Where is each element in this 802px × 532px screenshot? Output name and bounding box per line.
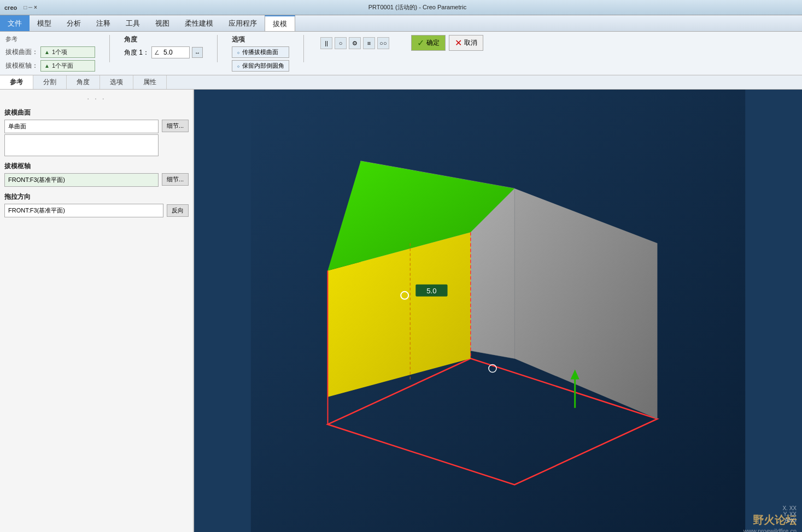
- panel-resize-dots: · · ·: [4, 94, 189, 103]
- left-panel: · · · 拔模曲面 单曲面 细节... 拔模枢轴 FRONT:F3(基准平面)…: [0, 90, 194, 532]
- draft-hinge-label: 拔模枢轴：: [5, 61, 38, 70]
- subtabs: 参考 分割 角度 选项 属性: [0, 75, 802, 90]
- confirm-ok-label: 确定: [426, 38, 440, 48]
- pull-direction-section: 拖拉方向 FRONT:F3(基准平面) 反向: [4, 192, 189, 217]
- toolbar-icons: || ○ ⚙ ≡ ○○: [318, 35, 391, 51]
- angle-icon: ∠: [153, 49, 161, 56]
- pull-direction-input[interactable]: FRONT:F3(基准平面): [4, 204, 163, 217]
- angle1-input-group[interactable]: ∠: [151, 46, 190, 58]
- x-icon: ✕: [455, 38, 462, 48]
- draft-surface-type-input[interactable]: 单曲面: [4, 120, 159, 133]
- pull-direction-title: 拖拉方向: [4, 192, 189, 202]
- menubar: 文件 模型 分析 注释 工具 视图 柔性建模 应用程序 拔模: [0, 15, 802, 32]
- titlebar: creo □ ─ × PRT0001 (活动的) - Creo Parametr…: [0, 0, 802, 15]
- confirm-ok-btn[interactable]: ✓ 确定: [411, 35, 446, 51]
- subtab-angle[interactable]: 角度: [67, 75, 100, 89]
- draft-surface-value: 1个项: [52, 48, 67, 56]
- draft-hinge-icon: ▲: [44, 63, 50, 69]
- subtab-options[interactable]: 选项: [100, 75, 133, 89]
- draft-hinge-field: 拔模枢轴： ▲ 1个平面: [5, 60, 95, 72]
- preserve-fillet-icon: ⬦: [237, 63, 240, 69]
- draft-hinge-area: FRONT:F3(基准平面) 细节...: [4, 173, 189, 187]
- watermark-url: www.proewildfire.cn: [744, 528, 797, 532]
- viewport[interactable]: 5.0 野火论坛 www.proewildfire.cn X. XX Y. XX…: [194, 90, 802, 532]
- ribbon-angle-label: 角度: [124, 35, 203, 44]
- ribbon-ref-label: 参考: [5, 35, 95, 43]
- ribbon-options-group: 选项 ⬦ 传播拔模曲面 ⬦ 保留内部倒圆角: [232, 35, 289, 72]
- angle1-value[interactable]: [161, 48, 189, 57]
- draft-surface-field: 拔模曲面： ▲ 1个项: [5, 46, 95, 58]
- confirm-group: ✓ 确定 ✕ 取消: [411, 35, 483, 51]
- draft-hinge-title: 拔模枢轴: [4, 162, 189, 171]
- draft-hinge-detail-btn[interactable]: 细节...: [162, 173, 189, 186]
- checkmark-icon: ✓: [417, 38, 424, 48]
- menu-item-flex-model[interactable]: 柔性建模: [177, 15, 221, 31]
- menu-item-draft[interactable]: 拔模: [265, 15, 295, 31]
- menu-item-model[interactable]: 模型: [30, 15, 59, 31]
- window-title: PRT0001 (活动的) - Creo Parametric: [368, 3, 467, 11]
- draft-surface-detail-btn[interactable]: 细节...: [162, 120, 189, 132]
- app-logo: creo □ ─ ×: [4, 4, 37, 11]
- menu-item-apps[interactable]: 应用程序: [221, 15, 265, 31]
- subtab-ref[interactable]: 参考: [0, 75, 33, 89]
- subtab-properties[interactable]: 属性: [133, 75, 167, 89]
- propagate-icon: ⬦: [237, 49, 240, 55]
- draft-surface-title: 拔模曲面: [4, 108, 189, 117]
- draft-surface-label: 拔模曲面：: [5, 48, 38, 57]
- draft-hinge-value: 1个平面: [52, 62, 73, 70]
- view2-icon[interactable]: ○○: [377, 37, 389, 49]
- angle-flip-btn[interactable]: ↔: [192, 47, 203, 58]
- pull-direction-row: FRONT:F3(基准平面) 反向: [4, 204, 189, 217]
- ribbon-angle-group: 角度 角度 1： ∠ ↔: [124, 35, 203, 58]
- menu-item-annotation[interactable]: 注释: [89, 15, 118, 31]
- options-label: 选项: [232, 35, 289, 44]
- coord-ang: ANG: [782, 517, 797, 523]
- option-preserve-fillet-btn[interactable]: ⬦ 保留内部倒圆角: [232, 60, 289, 72]
- svg-text:5.0: 5.0: [426, 287, 436, 295]
- menu-item-view[interactable]: 视图: [148, 15, 177, 31]
- menu-item-tools[interactable]: 工具: [118, 15, 148, 31]
- draft-surface-icon: ▲: [44, 49, 50, 55]
- confirm-cancel-btn[interactable]: ✕ 取消: [449, 35, 483, 51]
- coord-y: Y. XX: [782, 511, 797, 517]
- angle1-label: 角度 1：: [124, 48, 149, 57]
- draft-surface-section: 拔模曲面 单曲面 细节...: [4, 108, 189, 156]
- draft-hinge-input[interactable]: ▲ 1个平面: [40, 60, 95, 72]
- option-propagate-label: 传播拔模曲面: [242, 48, 278, 56]
- draft-hinge-section: 拔模枢轴 FRONT:F3(基准平面) 细节...: [4, 162, 189, 187]
- option-preserve-fillet-label: 保留内部倒圆角: [242, 62, 284, 70]
- draft-surface-detail-area[interactable]: [4, 134, 159, 156]
- menu-item-analysis[interactable]: 分析: [59, 15, 89, 31]
- display-icon[interactable]: ≡: [363, 37, 375, 49]
- preview-icon[interactable]: ⚙: [349, 37, 361, 49]
- confirm-cancel-label: 取消: [464, 38, 477, 48]
- menu-item-file[interactable]: 文件: [0, 15, 30, 31]
- 3d-scene: 5.0: [194, 90, 802, 532]
- no-icon[interactable]: ○: [335, 37, 347, 49]
- coord-x: X. XX: [782, 505, 797, 511]
- status-coords: X. XX Y. XX ANG: [782, 505, 797, 523]
- ribbon: 参考 拔模曲面： ▲ 1个项 拔模枢轴： ▲ 1个平面 角度 角度 1： ∠ ↔: [0, 32, 802, 75]
- app-name: creo: [4, 4, 17, 11]
- draft-surface-area: 单曲面 细节...: [4, 120, 189, 156]
- pause-icon[interactable]: ||: [320, 37, 332, 49]
- draft-hinge-value-input[interactable]: FRONT:F3(基准平面): [4, 173, 159, 187]
- subtab-split[interactable]: 分割: [33, 75, 67, 89]
- main-content: · · · 拔模曲面 单曲面 细节... 拔模枢轴 FRONT:F3(基准平面)…: [0, 90, 802, 532]
- option-propagate-btn[interactable]: ⬦ 传播拔模曲面: [232, 46, 289, 58]
- draft-surface-input[interactable]: ▲ 1个项: [40, 46, 95, 58]
- reverse-btn[interactable]: 反向: [167, 204, 189, 217]
- ribbon-ref-group: 参考 拔模曲面： ▲ 1个项 拔模枢轴： ▲ 1个平面: [5, 35, 95, 72]
- angle1-row: 角度 1： ∠ ↔: [124, 46, 203, 58]
